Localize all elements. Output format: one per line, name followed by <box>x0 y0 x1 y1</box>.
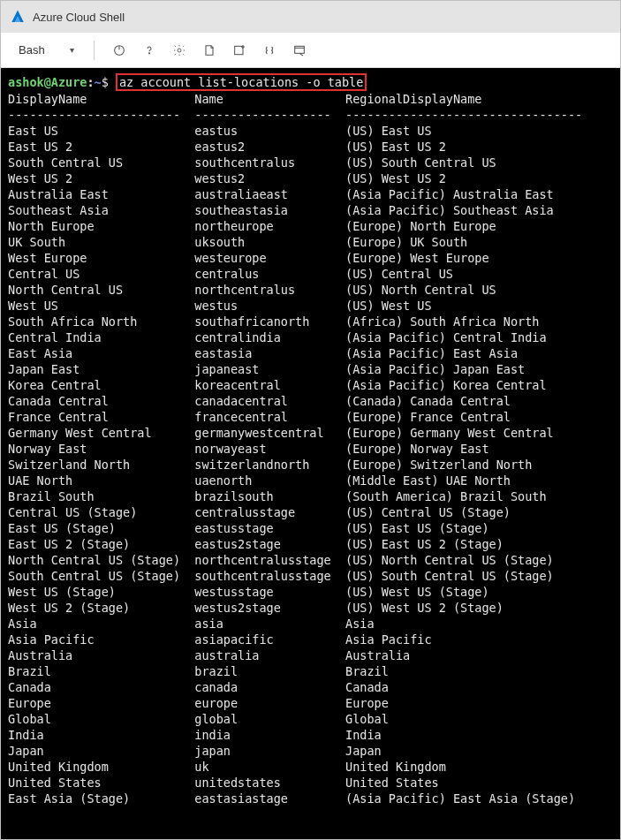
table-row: North Europe northeurope (Europe) North … <box>8 218 613 234</box>
prompt-user: ashok@Azure <box>8 75 87 89</box>
svg-point-3 <box>178 49 181 52</box>
table-row: Southeast Asia southeastasia (Asia Pacif… <box>8 202 613 218</box>
table-row: Japan japan Japan <box>8 743 613 759</box>
table-row: South Central US southcentralus (US) Sou… <box>8 155 613 170</box>
table-row: India india India <box>8 727 613 743</box>
table-row: UK South uksouth (Europe) UK South <box>8 234 613 250</box>
table-row: Asia Pacific asiapacific Asia Pacific <box>8 632 613 647</box>
table-row: West US 2 (Stage) westus2stage (US) West… <box>8 600 613 616</box>
table-row: Switzerland North switzerlandnorth (Euro… <box>8 457 613 473</box>
shell-selector-value: Bash <box>19 43 45 57</box>
table-row: East US eastus (US) East US <box>8 123 613 139</box>
editor-icon[interactable] <box>257 38 282 63</box>
settings-icon[interactable] <box>167 38 192 63</box>
table-row: East Asia eastasia (Asia Pacific) East A… <box>8 345 613 361</box>
table-row: East US (Stage) eastusstage (US) East US… <box>8 520 613 536</box>
table-row: Global global Global <box>8 711 613 727</box>
table-row: East US 2 eastus2 (US) East US 2 <box>8 139 613 155</box>
table-row: West US (Stage) westusstage (US) West US… <box>8 584 613 600</box>
table-row: Brazil brazil Brazil <box>8 663 613 679</box>
table-row: UAE North uaenorth (Middle East) UAE Nor… <box>8 473 613 488</box>
prompt-path: ~ <box>95 75 102 89</box>
svg-rect-7 <box>294 46 304 53</box>
table-row: United Kingdom uk United Kingdom <box>8 759 613 775</box>
table-header: DisplayName Name RegionalDisplayName <box>8 91 613 107</box>
table-row: Central India centralindia (Asia Pacific… <box>8 329 613 345</box>
titlebar-title: Azure Cloud Shell <box>33 11 125 24</box>
toolbar: Bash ▾ <box>1 33 620 68</box>
command-highlight: az account list-locations -o table <box>116 73 367 91</box>
toolbar-separator <box>94 41 95 60</box>
terminal[interactable]: ashok@Azure:~$ az account list-locations… <box>1 68 620 839</box>
table-row: Australia australia Australia <box>8 647 613 663</box>
restart-icon[interactable] <box>107 38 132 63</box>
svg-point-2 <box>148 52 149 53</box>
prompt-symbol: $ <box>102 75 116 89</box>
table-row: East Asia (Stage) eastasiastage (Asia Pa… <box>8 791 613 806</box>
shell-selector[interactable]: Bash ▾ <box>11 39 81 62</box>
table-row: West US 2 westus2 (US) West US 2 <box>8 170 613 186</box>
table-row: Norway East norwayeast (Europe) Norway E… <box>8 441 613 457</box>
table-row: Canada canada Canada <box>8 679 613 695</box>
chevron-down-icon: ▾ <box>70 45 74 55</box>
table-row: Brazil South brazilsouth (South America)… <box>8 488 613 504</box>
table-row: Canada Central canadacentral (Canada) Ca… <box>8 393 613 409</box>
table-row: United States unitedstates United States <box>8 775 613 791</box>
table-row: South Central US (Stage) southcentraluss… <box>8 568 613 584</box>
table-row: West US westus (US) West US <box>8 298 613 314</box>
azure-logo-icon <box>10 9 26 25</box>
table-row: France Central francecentral (Europe) Fr… <box>8 409 613 425</box>
help-icon[interactable] <box>137 38 162 63</box>
table-row: North Central US (Stage) northcentraluss… <box>8 552 613 568</box>
table-row: Asia asia Asia <box>8 616 613 632</box>
table-row: Germany West Central germanywestcentral … <box>8 425 613 441</box>
titlebar: Azure Cloud Shell <box>1 1 620 33</box>
upload-download-icon[interactable] <box>197 38 222 63</box>
svg-rect-4 <box>234 46 242 54</box>
new-session-icon[interactable] <box>227 38 252 63</box>
table-row: Australia East australiaeast (Asia Pacif… <box>8 186 613 202</box>
table-row: Japan East japaneast (Asia Pacific) Japa… <box>8 361 613 377</box>
table-row: Europe europe Europe <box>8 695 613 711</box>
table-divider: ------------------------ ---------------… <box>8 107 613 123</box>
table-row: Central US centralus (US) Central US <box>8 266 613 282</box>
prompt-line: ashok@Azure:~$ az account list-locations… <box>8 73 613 91</box>
web-preview-icon[interactable] <box>287 38 312 63</box>
table-row: East US 2 (Stage) eastus2stage (US) East… <box>8 536 613 552</box>
table-row: Central US (Stage) centralusstage (US) C… <box>8 504 613 520</box>
table-row: Korea Central koreacentral (Asia Pacific… <box>8 377 613 393</box>
table-row: South Africa North southafricanorth (Afr… <box>8 314 613 329</box>
cloud-shell-window: Azure Cloud Shell Bash ▾ ashok@Azure:~$ … <box>0 0 621 840</box>
table-row: West Europe westeurope (Europe) West Eur… <box>8 250 613 266</box>
prompt-colon: : <box>87 75 94 89</box>
table-row: North Central US northcentralus (US) Nor… <box>8 282 613 298</box>
